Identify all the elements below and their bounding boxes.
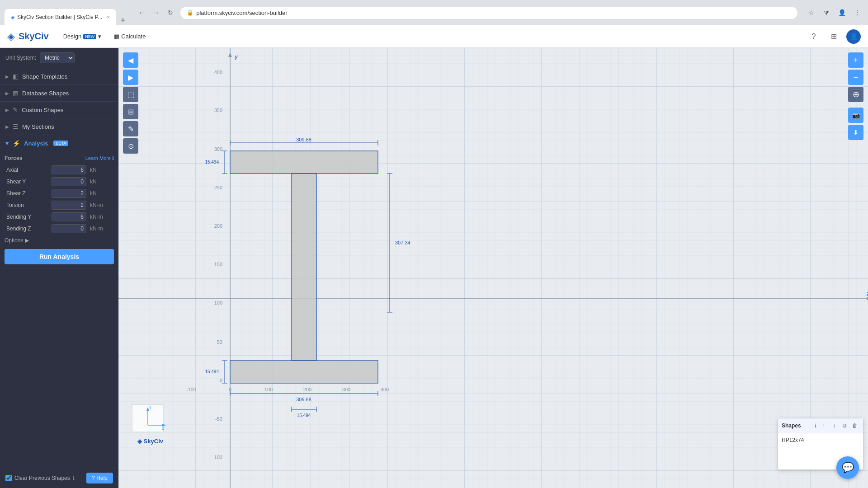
- tab-close-btn[interactable]: ×: [107, 14, 109, 20]
- shear-y-label: Shear Y: [5, 176, 50, 188]
- force-row-axial: Axial kN: [5, 164, 114, 176]
- force-row-shear-z: Shear Z kN: [5, 188, 114, 199]
- grid-btn[interactable]: ⊞: [123, 104, 138, 119]
- unit-system-row: Unit System: Metric Imperial: [0, 48, 118, 68]
- shear-z-unit: kN: [88, 188, 114, 199]
- custom-shapes-section: ▶ ✎ Custom Shapes: [0, 102, 118, 118]
- select-btn[interactable]: ⬚: [123, 87, 138, 102]
- zoom-out-btn[interactable]: −: [848, 70, 863, 85]
- screenshot-btn[interactable]: 📷: [848, 108, 863, 123]
- my-sections-header[interactable]: ▶ ☰ My Sections: [0, 118, 118, 135]
- shapes-move-up-btn[interactable]: ↑: [819, 421, 828, 430]
- bending-z-input-cell: [50, 223, 88, 235]
- clear-shapes-row: Clear Previous Shapes ℹ: [5, 475, 75, 481]
- svg-text:309.88: 309.88: [296, 137, 311, 142]
- logo: ◈ SkyCiv: [7, 31, 49, 42]
- draw-btn[interactable]: ✎: [123, 121, 138, 136]
- shapes-move-down-btn[interactable]: ↓: [830, 421, 839, 430]
- bookmark-btn[interactable]: ☆: [805, 6, 817, 19]
- extensions-btn[interactable]: ⧩: [820, 6, 833, 19]
- left-toolbar: ◀ ▶ ⬚ ⊞ ✎ ⊙: [123, 52, 138, 154]
- nav-forward-btn[interactable]: →: [150, 6, 162, 19]
- options-row[interactable]: Options ▶: [5, 235, 114, 246]
- bending-z-label: Bending Z: [5, 223, 50, 235]
- shear-z-input-cell: [50, 188, 88, 199]
- svg-text:-100: -100: [212, 455, 222, 460]
- shear-y-input[interactable]: [52, 177, 86, 186]
- torsion-input[interactable]: [52, 201, 86, 210]
- logo-icon: ◈: [7, 31, 15, 42]
- snap-btn[interactable]: ⊙: [123, 138, 138, 154]
- custom-shapes-icon: ✎: [13, 106, 18, 113]
- download-btn[interactable]: ⬇: [848, 125, 863, 140]
- database-shapes-header[interactable]: ▶ ▦ Database Shapes: [0, 85, 118, 101]
- browser-chrome: ◈ SkyCiv Section Builder | SkyCiv P... ×…: [0, 0, 868, 25]
- force-row-torsion: Torsion kN-m: [5, 199, 114, 211]
- bending-y-input[interactable]: [52, 212, 86, 221]
- custom-shapes-header[interactable]: ▶ ✎ Custom Shapes: [0, 102, 118, 118]
- axial-unit: kN: [88, 164, 114, 176]
- run-analysis-button[interactable]: Run Analysis: [5, 249, 114, 264]
- custom-shapes-label: Custom Shapes: [22, 107, 64, 113]
- bending-z-unit: kN-m: [88, 223, 114, 235]
- analysis-header[interactable]: ▶ ⚡ Analysis BETA: [0, 135, 118, 151]
- bending-z-input[interactable]: [52, 224, 86, 233]
- design-nav-item[interactable]: Design NEW ▾: [58, 30, 107, 42]
- torsion-input-cell: [50, 199, 88, 211]
- browser-tabs: ◈ SkyCiv Section Builder | SkyCiv P... ×…: [5, 0, 128, 25]
- shape-templates-header[interactable]: ▶ ◧ Shape Templates: [0, 68, 118, 84]
- zoom-in-btn[interactable]: +: [848, 52, 863, 68]
- bending-y-unit: kN-m: [88, 211, 114, 223]
- apps-icon-btn[interactable]: ⊞: [826, 29, 841, 44]
- svg-text:307.34: 307.34: [395, 240, 410, 245]
- shapes-delete-btn[interactable]: 🗑: [850, 421, 859, 430]
- menu-btn[interactable]: ⋮: [851, 6, 863, 19]
- profile-btn[interactable]: 👤: [835, 6, 848, 19]
- shear-z-input[interactable]: [52, 189, 86, 198]
- unit-system-label: Unit System:: [5, 55, 36, 61]
- svg-text:309.88: 309.88: [296, 397, 311, 402]
- svg-text:400: 400: [381, 387, 389, 392]
- address-bar[interactable]: 🔒 platform.skyciv.com/section-builder: [180, 7, 797, 19]
- database-shapes-label: Database Shapes: [22, 90, 69, 97]
- design-label: Design: [63, 33, 81, 40]
- new-tab-btn[interactable]: +: [118, 16, 128, 25]
- help-button[interactable]: ? Help: [86, 473, 113, 483]
- svg-text:◈ SkyCiv: ◈ SkyCiv: [137, 438, 164, 445]
- learn-more-link[interactable]: Learn More ℹ: [85, 155, 114, 161]
- svg-rect-24: [292, 174, 316, 361]
- canvas-area[interactable]: 400 350 300 250 200 150 100 50 0 -50 -10…: [118, 48, 868, 488]
- collapse-btn[interactable]: ◀: [123, 52, 138, 68]
- clear-shapes-checkbox[interactable]: [5, 475, 12, 481]
- calculate-nav-item[interactable]: ▦ Calculate: [108, 30, 151, 42]
- expand-btn[interactable]: ▶: [123, 70, 138, 85]
- options-label: Options: [5, 237, 23, 244]
- svg-text:y: y: [149, 404, 151, 409]
- chat-button[interactable]: 💬: [836, 456, 859, 479]
- active-tab[interactable]: ◈ SkyCiv Section Builder | SkyCiv P... ×: [5, 9, 116, 25]
- shape-templates-label: Shape Templates: [22, 73, 67, 80]
- custom-shapes-arrow-icon: ▶: [5, 108, 9, 113]
- nav-refresh-btn[interactable]: ↻: [164, 6, 177, 19]
- svg-text:15.494: 15.494: [205, 369, 219, 374]
- force-row-bending-y: Bending Y kN-m: [5, 211, 114, 223]
- svg-text:300: 300: [214, 146, 222, 152]
- force-row-bending-z: Bending Z kN-m: [5, 223, 114, 235]
- axial-input[interactable]: [52, 165, 86, 174]
- shape-item-hp12x74[interactable]: HP12x74: [782, 436, 859, 444]
- shapes-copy-btn[interactable]: ⧉: [840, 421, 849, 430]
- clear-shapes-info-icon: ℹ: [73, 475, 75, 481]
- user-avatar[interactable]: 👤: [846, 29, 861, 44]
- svg-text:15.494: 15.494: [297, 413, 311, 418]
- unit-system-select[interactable]: Metric Imperial: [40, 52, 75, 63]
- analysis-panel: Forces Learn More ℹ Axial kN: [0, 151, 118, 268]
- torsion-label: Torsion: [5, 199, 50, 211]
- calculate-label: Calculate: [121, 33, 146, 40]
- shapes-panel-header: Shapes ℹ ↑ ↓ ⧉ 🗑: [778, 418, 863, 433]
- help-icon-btn[interactable]: ?: [807, 29, 821, 44]
- svg-text:100: 100: [264, 387, 273, 392]
- zoom-fit-btn[interactable]: ⊕: [848, 87, 863, 102]
- nav-back-btn[interactable]: ←: [135, 6, 148, 19]
- analysis-label: Analysis: [24, 140, 48, 147]
- url-text: platform.skyciv.com/section-builder: [196, 9, 287, 16]
